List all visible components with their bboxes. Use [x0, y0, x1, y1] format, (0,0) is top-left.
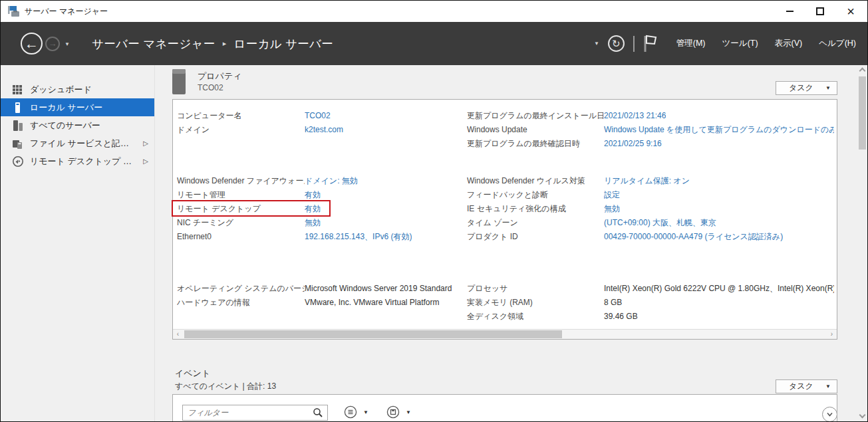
- horizontal-scrollbar-thumb[interactable]: [184, 330, 562, 338]
- property-value-link[interactable]: 2021/02/25 9:16: [604, 137, 662, 151]
- maximize-button[interactable]: [805, 1, 835, 22]
- property-value: Intel(R) Xeon(R) Gold 6222V CPU @ 1.80GH…: [604, 282, 834, 296]
- property-value-link[interactable]: リアルタイム保護: オン: [604, 174, 690, 188]
- notifications-flag-icon[interactable]: [643, 35, 658, 53]
- property-label: フィードバックと診断: [467, 188, 604, 202]
- vertical-scrollbar-thumb[interactable]: [859, 76, 866, 150]
- scroll-left-icon[interactable]: ‹: [173, 330, 183, 339]
- property-row-time-zone: タイム ゾーン (UTC+09:00) 大阪、札幌、東京: [467, 216, 834, 230]
- property-value-link[interactable]: 2021/02/13 21:46: [604, 109, 666, 123]
- navbar-divider: [633, 36, 635, 52]
- property-row-remote-management: リモート管理 有効: [177, 188, 463, 202]
- property-row-remote-desktop: リモート デスクトップ 有効: [177, 202, 463, 216]
- property-row-ie-esc: IE セキュリティ強化の構成 無効: [467, 202, 834, 216]
- sidebar-item-label: リモート デスクトップ サービス: [30, 156, 138, 167]
- title-bar: サーバー マネージャー ×: [1, 1, 867, 22]
- property-row-total-disk: 全ディスク領域 39.46 GB: [467, 310, 834, 324]
- scroll-up-icon[interactable]: [859, 68, 866, 74]
- property-row-hardware-info: ハードウェアの情報 VMware, Inc. VMware Virtual Pl…: [177, 296, 463, 310]
- horizontal-scrollbar[interactable]: ‹ ›: [173, 329, 837, 339]
- sidebar-item-all-servers[interactable]: すべてのサーバー: [1, 116, 154, 134]
- property-value-link[interactable]: 無効: [604, 202, 620, 216]
- forward-button[interactable]: →: [45, 37, 60, 51]
- navigation-bar: ← → ▼ サーバー マネージャー ▸ ローカル サーバー ▼ ↻ 管理(M) …: [1, 22, 867, 65]
- chevron-down-icon: [823, 407, 837, 421]
- tasks-label: タスク: [789, 82, 813, 94]
- file-storage-icon: [12, 138, 24, 150]
- property-value-link[interactable]: 00429-70000-00000-AA479 (ライセンス認証済み): [604, 230, 783, 244]
- save-query-dropdown-button[interactable]: ▼: [386, 405, 411, 419]
- refresh-icon: ↻: [612, 38, 621, 49]
- window-controls: ×: [774, 1, 866, 22]
- chevron-down-icon: ▼: [363, 409, 368, 415]
- collapse-section-button[interactable]: [822, 407, 837, 422]
- property-row-feedback-diagnostics: フィードバックと診断 設定: [467, 188, 834, 202]
- property-label: リモート管理: [177, 188, 305, 202]
- arrow-right-icon: →: [49, 39, 57, 49]
- sidebar-item-label: ファイル サービスと記憶域サ...: [30, 138, 138, 150]
- property-value-link[interactable]: ドメイン: 無効: [305, 174, 358, 188]
- property-label: 全ディスク領域: [467, 310, 604, 324]
- scroll-right-icon[interactable]: ›: [827, 330, 837, 339]
- property-label: プロダクト ID: [467, 230, 604, 244]
- events-subtitle: すべてのイベント | 合計: 13: [175, 381, 276, 392]
- menu-view[interactable]: 表示(V): [775, 38, 803, 49]
- events-tasks-button[interactable]: タスク ▼: [776, 379, 837, 393]
- property-value-link[interactable]: 192.168.215.143、IPv6 (有効): [305, 230, 412, 244]
- events-section-title: イベント: [175, 368, 210, 379]
- property-value-link[interactable]: (UTC+09:00) 大阪、札幌、東京: [604, 216, 716, 230]
- property-value-link[interactable]: Windows Update を使用して更新プログラムのダウンロードのみを行う: [604, 123, 834, 137]
- sidebar-item-dashboard[interactable]: ダッシュボード: [1, 80, 154, 98]
- property-label: 実装メモリ (RAM): [467, 296, 604, 310]
- search-icon[interactable]: [313, 407, 323, 418]
- filter-list-dropdown-button[interactable]: ▼: [344, 405, 368, 419]
- property-value-link[interactable]: 有効: [305, 202, 321, 216]
- property-row-last-update-check: 更新プログラムの最終確認日時 2021/02/25 9:16: [467, 137, 834, 151]
- sidebar-item-remote-desktop-services[interactable]: リモート デスクトップ サービス ▷: [1, 152, 154, 170]
- scroll-down-icon[interactable]: [859, 412, 866, 419]
- close-button[interactable]: ×: [835, 1, 866, 22]
- property-label: プロセッサ: [467, 282, 604, 296]
- menu-manage[interactable]: 管理(M): [676, 38, 706, 49]
- breadcrumb-server-manager[interactable]: サーバー マネージャー: [92, 36, 216, 52]
- property-label: NIC チーミング: [177, 216, 305, 230]
- properties-server-name: TCO02: [198, 83, 223, 92]
- property-value-link[interactable]: 無効: [305, 216, 321, 230]
- property-value-link[interactable]: 有効: [305, 188, 321, 202]
- property-value: 39.46 GB: [604, 310, 638, 324]
- properties-tasks-button[interactable]: タスク ▼: [776, 81, 837, 95]
- events-filter: [182, 405, 328, 421]
- property-row-windows-update: Windows Update Windows Update を使用して更新プログ…: [467, 123, 834, 137]
- close-icon: ×: [847, 5, 855, 18]
- refresh-dropdown[interactable]: ▼: [594, 41, 599, 47]
- property-value-link[interactable]: k2test.com: [305, 123, 343, 137]
- property-row-os-version: オペレーティング システムのバージョン Microsoft Windows Se…: [177, 282, 463, 296]
- sidebar-item-file-storage-services[interactable]: ファイル サービスと記憶域サ... ▷: [1, 134, 154, 152]
- minimize-button[interactable]: [774, 1, 805, 22]
- remote-desktop-services-icon: [12, 156, 24, 167]
- property-label: タイム ゾーン: [467, 216, 604, 230]
- property-value: Microsoft Windows Server 2019 Standard: [305, 282, 452, 296]
- sidebar-item-local-server[interactable]: ローカル サーバー: [1, 98, 154, 116]
- property-row-product-id: プロダクト ID 00429-70000-00000-AA479 (ライセンス認…: [467, 230, 834, 244]
- property-row-nic-teaming: NIC チーミング 無効: [177, 216, 463, 230]
- property-value-link[interactable]: TCO02: [305, 109, 331, 123]
- expand-arrow-icon[interactable]: ▷: [143, 140, 148, 147]
- refresh-button[interactable]: ↻: [608, 35, 625, 52]
- property-row-processor: プロセッサ Intel(R) Xeon(R) Gold 6222V CPU @ …: [467, 282, 834, 296]
- menu-help[interactable]: ヘルプ(H): [819, 38, 856, 49]
- filter-input[interactable]: [183, 408, 313, 417]
- property-row-ethernet0: Ethernet0 192.168.215.143、IPv6 (有効): [177, 230, 463, 244]
- property-label: オペレーティング システムのバージョン: [177, 282, 305, 296]
- property-label: 更新プログラムの最終インストール日時: [467, 109, 604, 123]
- vertical-scrollbar[interactable]: [857, 65, 867, 421]
- list-icon: [344, 405, 357, 419]
- menu-tools[interactable]: ツール(T): [722, 38, 758, 49]
- expand-arrow-icon[interactable]: ▷: [143, 158, 148, 165]
- back-button[interactable]: ←: [21, 33, 43, 54]
- property-value: VMware, Inc. VMware Virtual Platform: [305, 296, 440, 310]
- history-dropdown[interactable]: ▼: [65, 41, 70, 47]
- window-title: サーバー マネージャー: [25, 6, 108, 17]
- property-value-link[interactable]: 設定: [604, 188, 620, 202]
- breadcrumb-local-server[interactable]: ローカル サーバー: [233, 36, 333, 52]
